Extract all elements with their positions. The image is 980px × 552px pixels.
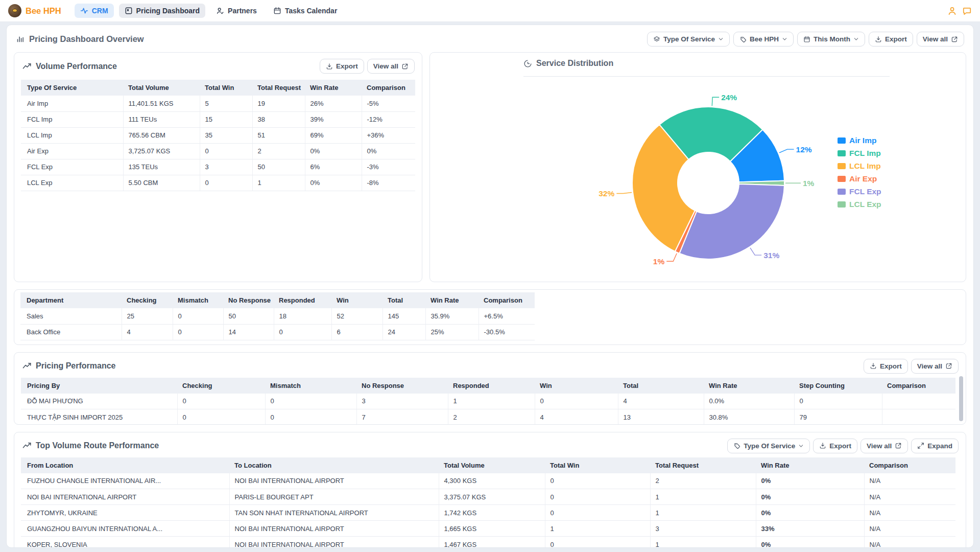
chevron-down-icon (853, 36, 859, 42)
legend-item-lcl-imp[interactable]: LCL Imp (838, 162, 881, 171)
cell: 0 (535, 394, 618, 409)
cell: 0% (305, 175, 362, 191)
cell: 18 (274, 308, 331, 324)
filter-company[interactable]: Bee HPH (733, 32, 794, 47)
cell: 0% (756, 505, 864, 521)
dashboard-card: Pricing Dashboard Overview Type Of Servi… (6, 25, 974, 548)
cell: 0% (305, 143, 362, 159)
legend-item-air-exp[interactable]: Air Exp (838, 174, 881, 183)
column-header: Total (618, 378, 704, 394)
column-header: Pricing By (21, 378, 177, 394)
slice-label: 24% (721, 93, 737, 102)
legend-item-lcl-exp[interactable]: LCL Exp (838, 200, 881, 209)
volume-performance-panel: Volume Performance Export View all Type … (14, 52, 422, 282)
column-header: Responded (448, 378, 535, 394)
column-header: To Location (229, 457, 439, 473)
legend-item-air-imp[interactable]: Air Imp (838, 136, 881, 145)
cell: 13 (618, 409, 704, 425)
cell: 0 (177, 409, 265, 425)
cell: 1 (448, 394, 535, 409)
table-row: Sales25050185214535.9%+6.5% (20, 308, 535, 324)
cell: 0.0% (704, 394, 794, 409)
filter-period[interactable]: This Month (797, 32, 865, 47)
legend-swatch (838, 137, 846, 144)
table-row: LCL Imp765.56 CBM355169%+36% (21, 127, 415, 143)
legend-item-fcl-exp[interactable]: FCL Exp (838, 187, 881, 196)
slice-label-line (616, 192, 632, 193)
pricing-performance-title: Pricing Performance (22, 361, 116, 371)
chat-icon[interactable] (962, 6, 972, 16)
nav-item-partners[interactable]: Partners (210, 4, 262, 18)
view-all-button[interactable]: View all (917, 32, 964, 47)
vertical-scrollbar[interactable] (959, 376, 963, 421)
top-navbar: Bee HPH CRM Pricing Dashboard Partners T… (0, 0, 980, 22)
nav-item-crm[interactable]: CRM (75, 4, 114, 18)
column-header: Comparison (864, 457, 955, 473)
cell: 15 (200, 111, 252, 127)
cell: -5% (362, 96, 415, 111)
cell: 5.50 CBM (123, 175, 200, 191)
cell: 39% (305, 111, 362, 127)
cell: 25 (122, 308, 173, 324)
column-header: Step Counting (794, 378, 882, 394)
legend-label: FCL Imp (849, 149, 881, 158)
cell: 0 (200, 143, 252, 159)
column-header: Total Request (650, 457, 756, 473)
user-icon[interactable] (947, 6, 957, 16)
cell: 1,665 KGS (439, 521, 545, 537)
pricing-performance-table: Pricing ByCheckingMismatchNo ResponseRes… (21, 378, 955, 425)
cell: N/A (864, 537, 955, 548)
cell: +6.5% (479, 308, 535, 324)
brand[interactable]: Bee HPH (8, 4, 61, 17)
column-header: Win Rate (425, 292, 479, 308)
cell: 2 (650, 473, 756, 489)
cell: N/A (864, 521, 955, 537)
cell: FUZHOU CHANGLE INTERNATIONAL AIR... (21, 473, 229, 489)
routes-expand-button[interactable]: Expand (911, 439, 959, 453)
cell: 3 (650, 521, 756, 537)
routes-export-button[interactable]: Export (813, 439, 857, 453)
donut-slice-fcl-exp[interactable] (679, 184, 784, 259)
cell: 38 (252, 111, 305, 127)
table-row: FUZHOU CHANGLE INTERNATIONAL AIR...NOI B… (21, 473, 955, 489)
nav-item-tasks-calendar[interactable]: Tasks Calendar (268, 4, 343, 18)
legend-item-fcl-imp[interactable]: FCL Imp (838, 149, 881, 158)
service-distribution-chart: 24%12%1%31%1%32% (430, 53, 966, 282)
cell: 135 TEUs (123, 159, 200, 175)
cell: KOPER, SLOVENIA (21, 537, 229, 548)
cell: 0 (545, 489, 650, 505)
volume-view-all-button[interactable]: View all (367, 59, 415, 74)
cell: ĐỖ MAI PHƯƠNG (21, 394, 177, 409)
routes-view-all-button[interactable]: View all (861, 439, 908, 453)
pricing-export-button[interactable]: Export (864, 359, 908, 374)
cell: LCL Exp (21, 175, 123, 191)
top-routes-title: Top Volume Route Performance (22, 441, 159, 450)
cell: 1,467 KGS (439, 537, 545, 548)
legend-swatch (838, 163, 846, 169)
cell: 111 TEUs (123, 111, 200, 127)
cell: 6 (331, 324, 383, 340)
header-row: From LocationTo LocationTotal VolumeTota… (21, 457, 955, 473)
download-icon (326, 63, 333, 70)
volume-export-button[interactable]: Export (320, 59, 364, 74)
download-icon (870, 362, 877, 370)
cell: NOI BAI INTERNATIONAL AIRPORT (229, 537, 439, 548)
cell: -12% (362, 111, 415, 127)
header-row: Pricing ByCheckingMismatchNo ResponseRes… (21, 378, 955, 394)
table-row: GUANGZHOU BAIYUN INTERNATIONAL A...NOI B… (21, 521, 955, 537)
pricing-view-all-button[interactable]: View all (911, 359, 959, 374)
cell: 69% (305, 127, 362, 143)
export-button[interactable]: Export (869, 32, 913, 47)
nav-item-pricing-dashboard[interactable]: Pricing Dashboard (119, 4, 205, 18)
slice-label: 1% (653, 257, 665, 266)
legend-label: Air Imp (849, 136, 876, 145)
layers-icon (653, 36, 660, 43)
slice-label: 31% (763, 251, 779, 260)
department-table: DepartmentCheckingMismatchNo ResponseRes… (20, 292, 535, 340)
cell: 19 (252, 96, 305, 111)
calendar-icon (273, 7, 281, 15)
external-link-icon (951, 36, 958, 43)
filter-type-of-service[interactable]: Type Of Service (647, 32, 730, 47)
routes-type-of-service-filter[interactable]: Type Of Service (727, 439, 810, 453)
table-row: THỰC TẬP SINH IMPORT 2025007241330.8%79 (21, 409, 955, 425)
